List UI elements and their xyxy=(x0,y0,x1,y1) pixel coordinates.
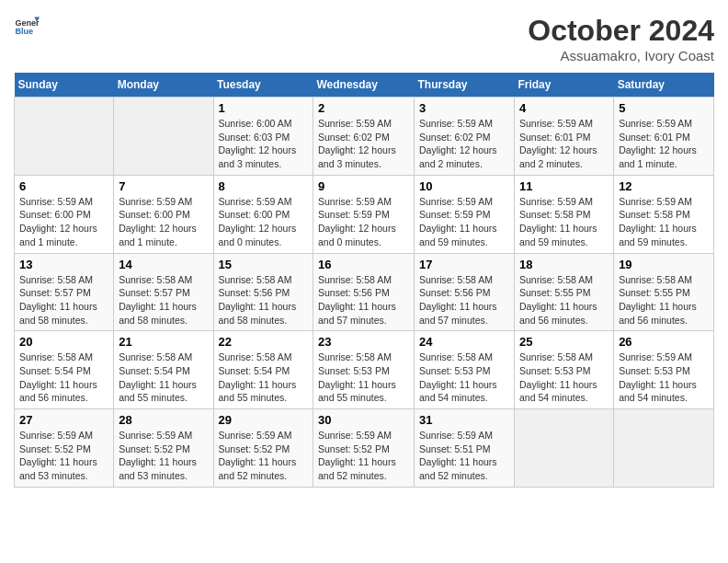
day-number: 11 xyxy=(519,179,609,193)
calendar-cell: 28Sunrise: 5:59 AM Sunset: 5:52 PM Dayli… xyxy=(114,409,213,488)
day-number: 27 xyxy=(19,413,108,427)
day-info: Sunrise: 5:59 AM Sunset: 6:02 PM Dayligh… xyxy=(419,117,509,171)
day-info: Sunrise: 5:59 AM Sunset: 5:58 PM Dayligh… xyxy=(619,195,709,249)
calendar-week-row: 1Sunrise: 6:00 AM Sunset: 6:03 PM Daylig… xyxy=(15,98,714,176)
calendar-cell: 5Sunrise: 5:59 AM Sunset: 6:01 PM Daylig… xyxy=(614,98,714,176)
day-info: Sunrise: 5:58 AM Sunset: 5:57 PM Dayligh… xyxy=(19,273,108,327)
calendar-cell xyxy=(514,409,613,488)
calendar-cell: 31Sunrise: 5:59 AM Sunset: 5:51 PM Dayli… xyxy=(414,409,514,488)
header-day-wednesday: Wednesday xyxy=(313,73,415,98)
day-number: 6 xyxy=(19,179,108,193)
day-number: 5 xyxy=(619,101,709,115)
day-info: Sunrise: 5:58 AM Sunset: 5:54 PM Dayligh… xyxy=(219,350,309,405)
day-info: Sunrise: 5:58 AM Sunset: 5:53 PM Dayligh… xyxy=(519,350,609,405)
header-day-saturday: Saturday xyxy=(614,73,714,98)
calendar-cell: 11Sunrise: 5:59 AM Sunset: 5:58 PM Dayli… xyxy=(514,175,613,253)
calendar-cell: 2Sunrise: 5:59 AM Sunset: 6:02 PM Daylig… xyxy=(313,98,415,176)
header-day-sunday: Sunday xyxy=(15,73,114,98)
day-number: 4 xyxy=(519,101,609,115)
calendar-subtitle: Assuamakro, Ivory Coast xyxy=(528,48,714,63)
day-number: 20 xyxy=(19,335,108,349)
day-info: Sunrise: 5:59 AM Sunset: 6:01 PM Dayligh… xyxy=(519,117,609,171)
calendar-cell: 30Sunrise: 5:59 AM Sunset: 5:52 PM Dayli… xyxy=(313,409,415,488)
day-number: 1 xyxy=(219,101,309,115)
day-info: Sunrise: 5:59 AM Sunset: 5:52 PM Dayligh… xyxy=(219,429,309,483)
day-info: Sunrise: 5:58 AM Sunset: 5:55 PM Dayligh… xyxy=(619,273,709,327)
calendar-cell: 23Sunrise: 5:58 AM Sunset: 5:53 PM Dayli… xyxy=(313,331,415,409)
header-day-monday: Monday xyxy=(114,73,213,98)
day-number: 24 xyxy=(419,335,509,349)
day-number: 29 xyxy=(219,413,309,427)
calendar-table: SundayMondayTuesdayWednesdayThursdayFrid… xyxy=(14,73,714,488)
day-number: 19 xyxy=(619,258,709,271)
day-info: Sunrise: 5:58 AM Sunset: 5:54 PM Dayligh… xyxy=(119,350,208,405)
header-day-tuesday: Tuesday xyxy=(213,73,313,98)
day-number: 3 xyxy=(419,101,509,115)
day-info: Sunrise: 6:00 AM Sunset: 6:03 PM Dayligh… xyxy=(219,117,309,171)
day-number: 30 xyxy=(318,413,409,427)
day-info: Sunrise: 5:58 AM Sunset: 5:56 PM Dayligh… xyxy=(419,273,509,327)
calendar-cell: 4Sunrise: 5:59 AM Sunset: 6:01 PM Daylig… xyxy=(514,98,613,176)
calendar-week-row: 6Sunrise: 5:59 AM Sunset: 6:00 PM Daylig… xyxy=(15,175,714,253)
calendar-week-row: 27Sunrise: 5:59 AM Sunset: 5:52 PM Dayli… xyxy=(15,409,714,488)
calendar-title: October 2024 xyxy=(528,14,714,48)
day-number: 15 xyxy=(219,258,309,271)
calendar-cell: 24Sunrise: 5:58 AM Sunset: 5:53 PM Dayli… xyxy=(414,331,514,409)
day-number: 23 xyxy=(318,335,409,349)
calendar-cell: 14Sunrise: 5:58 AM Sunset: 5:57 PM Dayli… xyxy=(114,253,213,331)
day-info: Sunrise: 5:58 AM Sunset: 5:55 PM Dayligh… xyxy=(519,273,609,327)
calendar-cell: 17Sunrise: 5:58 AM Sunset: 5:56 PM Dayli… xyxy=(414,253,514,331)
day-number: 13 xyxy=(19,258,108,271)
calendar-cell: 7Sunrise: 5:59 AM Sunset: 6:00 PM Daylig… xyxy=(114,175,213,253)
calendar-cell xyxy=(114,98,213,176)
calendar-cell: 8Sunrise: 5:59 AM Sunset: 6:00 PM Daylig… xyxy=(213,175,313,253)
calendar-cell: 6Sunrise: 5:59 AM Sunset: 6:00 PM Daylig… xyxy=(15,175,114,253)
calendar-cell: 3Sunrise: 5:59 AM Sunset: 6:02 PM Daylig… xyxy=(414,98,514,176)
day-info: Sunrise: 5:58 AM Sunset: 5:56 PM Dayligh… xyxy=(318,273,409,327)
calendar-cell: 16Sunrise: 5:58 AM Sunset: 5:56 PM Dayli… xyxy=(313,253,415,331)
calendar-week-row: 20Sunrise: 5:58 AM Sunset: 5:54 PM Dayli… xyxy=(15,331,714,409)
day-number: 17 xyxy=(419,258,509,271)
title-block: October 2024 Assuamakro, Ivory Coast xyxy=(528,14,714,63)
calendar-cell: 10Sunrise: 5:59 AM Sunset: 5:59 PM Dayli… xyxy=(414,175,514,253)
day-info: Sunrise: 5:59 AM Sunset: 6:00 PM Dayligh… xyxy=(219,195,309,249)
day-number: 26 xyxy=(619,335,709,349)
day-number: 21 xyxy=(119,335,208,349)
day-number: 12 xyxy=(619,179,709,193)
calendar-cell: 22Sunrise: 5:58 AM Sunset: 5:54 PM Dayli… xyxy=(213,331,313,409)
day-info: Sunrise: 5:59 AM Sunset: 6:00 PM Dayligh… xyxy=(19,195,108,249)
day-number: 2 xyxy=(318,101,409,115)
day-number: 31 xyxy=(419,413,509,427)
calendar-header-row: SundayMondayTuesdayWednesdayThursdayFrid… xyxy=(15,73,714,98)
logo: General Blue xyxy=(14,14,40,40)
day-info: Sunrise: 5:58 AM Sunset: 5:57 PM Dayligh… xyxy=(119,273,208,327)
calendar-cell: 26Sunrise: 5:59 AM Sunset: 5:53 PM Dayli… xyxy=(614,331,714,409)
day-number: 16 xyxy=(318,258,409,271)
calendar-cell: 21Sunrise: 5:58 AM Sunset: 5:54 PM Dayli… xyxy=(114,331,213,409)
calendar-cell: 27Sunrise: 5:59 AM Sunset: 5:52 PM Dayli… xyxy=(15,409,114,488)
day-info: Sunrise: 5:58 AM Sunset: 5:53 PM Dayligh… xyxy=(419,350,509,405)
day-info: Sunrise: 5:59 AM Sunset: 6:02 PM Dayligh… xyxy=(318,117,409,171)
calendar-cell xyxy=(15,98,114,176)
day-info: Sunrise: 5:59 AM Sunset: 5:59 PM Dayligh… xyxy=(318,195,409,249)
day-info: Sunrise: 5:59 AM Sunset: 5:51 PM Dayligh… xyxy=(419,429,509,483)
calendar-cell: 20Sunrise: 5:58 AM Sunset: 5:54 PM Dayli… xyxy=(15,331,114,409)
svg-text:Blue: Blue xyxy=(15,27,33,36)
day-info: Sunrise: 5:59 AM Sunset: 5:52 PM Dayligh… xyxy=(318,429,409,483)
day-number: 18 xyxy=(519,258,609,271)
day-info: Sunrise: 5:59 AM Sunset: 5:59 PM Dayligh… xyxy=(419,195,509,249)
logo-icon: General Blue xyxy=(14,14,40,40)
calendar-cell: 25Sunrise: 5:58 AM Sunset: 5:53 PM Dayli… xyxy=(514,331,613,409)
day-info: Sunrise: 5:58 AM Sunset: 5:53 PM Dayligh… xyxy=(318,350,409,405)
calendar-cell: 19Sunrise: 5:58 AM Sunset: 5:55 PM Dayli… xyxy=(614,253,714,331)
day-info: Sunrise: 5:58 AM Sunset: 5:54 PM Dayligh… xyxy=(19,350,108,405)
calendar-cell: 15Sunrise: 5:58 AM Sunset: 5:56 PM Dayli… xyxy=(213,253,313,331)
calendar-week-row: 13Sunrise: 5:58 AM Sunset: 5:57 PM Dayli… xyxy=(15,253,714,331)
day-info: Sunrise: 5:59 AM Sunset: 5:52 PM Dayligh… xyxy=(119,429,208,483)
calendar-cell xyxy=(614,409,714,488)
day-number: 10 xyxy=(419,179,509,193)
day-number: 9 xyxy=(318,179,409,193)
day-info: Sunrise: 5:59 AM Sunset: 6:01 PM Dayligh… xyxy=(619,117,709,171)
calendar-cell: 1Sunrise: 6:00 AM Sunset: 6:03 PM Daylig… xyxy=(213,98,313,176)
calendar-cell: 9Sunrise: 5:59 AM Sunset: 5:59 PM Daylig… xyxy=(313,175,415,253)
